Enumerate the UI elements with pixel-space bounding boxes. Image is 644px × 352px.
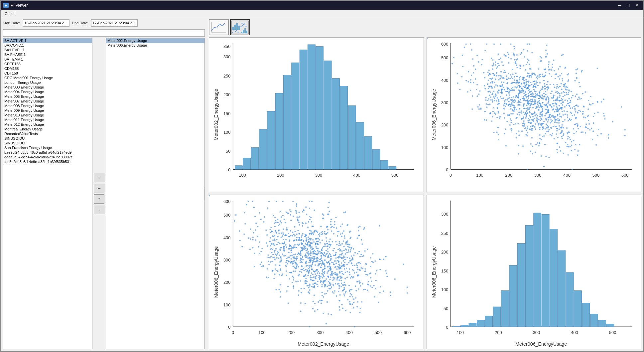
left-list[interactable]: BA:ACTIVE.1 BA:CONC.1 BA:LEVEL.1 BA:PHAS… [3,38,92,349]
svg-point-1832 [338,264,340,265]
minimize-button[interactable]: ─ [616,2,623,8]
list-item[interactable]: RecordedValueTests [3,131,92,136]
svg-point-92 [543,92,544,94]
svg-point-885 [522,79,524,80]
move-down-button[interactable]: ↓ [94,205,104,214]
list-item[interactable]: feb5c2df-3e8d-4e9e-a32b-1b39f835b531 [3,159,92,164]
list-item[interactable]: BA:ACTIVE.1 [3,38,92,43]
move-left-button[interactable]: ← [94,184,104,193]
list-item[interactable]: Montreal Energy Usage [3,127,92,131]
svg-point-608 [493,43,494,45]
svg-point-2037 [403,264,404,265]
svg-point-278 [592,130,593,132]
svg-point-2299 [379,269,381,270]
svg-point-2415 [295,210,297,211]
list-item[interactable]: Meter010 Energy Usage [3,113,92,117]
close-button[interactable]: ✕ [633,2,641,8]
svg-point-2242 [274,240,275,241]
svg-point-1443 [311,272,312,274]
svg-point-1664 [394,278,396,280]
list-item[interactable]: San Francisco Energy Usage [3,145,92,150]
svg-point-1134 [527,121,529,123]
svg-point-2323 [324,272,325,274]
search-input[interactable] [3,29,205,37]
list-item[interactable]: Meter008 Energy Usage [3,103,92,108]
list-item[interactable]: Meter004 Energy Usage [3,89,92,94]
svg-point-1475 [261,248,263,249]
right-list[interactable]: Meter002.Energy Usage Meter006.Energy Us… [106,38,205,349]
list-item[interactable]: SINUSOIDU [3,136,92,141]
end-date-input[interactable] [91,19,138,27]
list-item[interactable]: Meter005 Energy Usage [3,94,92,99]
menu-option[interactable]: Option [2,11,18,16]
list-item[interactable]: BA:PHASE.1 [3,52,92,57]
svg-point-1424 [341,286,342,287]
svg-point-2401 [310,238,312,239]
svg-point-2113 [323,264,324,265]
list-item[interactable]: SINUSOIDU [3,141,92,145]
list-item[interactable]: Meter009 Energy Usage [3,108,92,113]
list-item[interactable]: Meter002.Energy Usage [106,38,204,43]
svg-rect-0 [210,21,227,34]
svg-point-1691 [361,239,362,241]
svg-point-90 [568,120,569,121]
list-item[interactable]: GPC Meter001 Energy Usage [3,76,92,80]
svg-point-753 [511,102,512,103]
svg-point-1747 [286,212,287,213]
move-right-button[interactable]: → [94,173,104,182]
svg-point-297 [553,60,554,61]
list-item[interactable]: Meter011 Energy Usage [3,117,92,122]
svg-point-2275 [274,259,276,260]
start-date-input[interactable] [23,19,69,27]
collapse-panel-button[interactable]: ‹ [204,187,205,200]
svg-point-457 [552,67,553,68]
list-item[interactable]: BA:CONC.1 [3,43,92,48]
maximize-button[interactable]: □ [625,2,632,8]
svg-point-402 [483,72,484,74]
list-item[interactable]: Meter003 Energy Usage [3,85,92,89]
list-item[interactable]: London Energy Usage [3,80,92,85]
svg-point-1273 [505,103,507,104]
svg-point-1926 [307,248,308,250]
svg-point-1982 [325,278,327,280]
svg-point-1031 [524,56,525,58]
list-item[interactable]: Meter012 Energy Usage [3,122,92,127]
svg-point-867 [522,145,523,147]
svg-point-1938 [321,260,322,261]
svg-point-1133 [526,129,527,131]
svg-point-619 [490,99,491,100]
svg-point-1317 [297,244,298,245]
svg-point-164 [577,150,579,152]
svg-point-779 [500,75,501,76]
svg-point-2298 [305,243,306,245]
svg-point-1967 [345,242,346,243]
svg-point-183 [535,95,536,96]
list-item[interactable]: CDEP158 [3,62,92,66]
svg-point-1833 [302,222,303,223]
list-item[interactable]: CDM158 [3,66,92,71]
list-item[interactable]: CDT158 [3,71,92,76]
list-item[interactable]: Meter007 Energy Usage [3,99,92,103]
svg-point-2428 [363,229,364,230]
svg-point-634 [535,81,537,82]
svg-point-970 [548,87,549,88]
list-item[interactable]: Meter006.Energy Usage [106,43,204,48]
svg-point-918 [562,121,564,122]
svg-point-849 [485,103,487,104]
svg-point-1516 [361,243,363,245]
svg-point-1571 [276,239,278,240]
list-item[interactable]: BA TEMP 1 [3,57,92,62]
svg-point-1364 [319,233,320,234]
svg-point-388 [518,95,519,96]
svg-point-673 [573,140,574,141]
line-chart-button[interactable] [209,19,229,35]
svg-point-2325 [285,222,286,223]
list-item[interactable]: bae9cf24-c8b3-46c0-ad5d-a64df2174ed9 [3,150,92,155]
list-item[interactable]: eeaa5a37-bcc4-426b-9d8d-df40be83907c [3,155,92,159]
histogram-scatter-button[interactable] [230,19,250,35]
svg-point-1790 [328,241,330,243]
svg-point-895 [541,106,542,107]
svg-point-2287 [337,260,338,261]
list-item[interactable]: BA:LEVEL.1 [3,48,92,52]
move-up-button[interactable]: ↑ [94,194,104,204]
